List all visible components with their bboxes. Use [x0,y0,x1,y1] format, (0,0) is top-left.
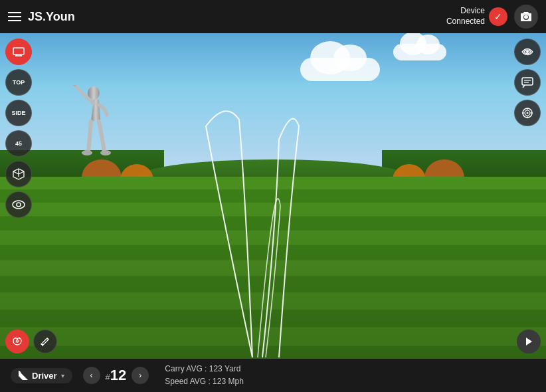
user-name: JS.Youn [28,10,75,24]
pencil-icon [40,336,50,347]
bottom-bar: Driver ▾ ‹ #12 › Carry AVG : 123 Yard Sp… [0,359,546,392]
cloud-1 [300,58,380,81]
svg-point-10 [526,50,529,53]
network-button[interactable] [514,39,541,65]
header: JS.Youn Device Connected ✓ [0,0,546,33]
bottom-right-area [517,330,541,353]
club-icon [19,371,28,380]
network-icon [521,45,534,58]
svg-rect-4 [13,48,24,54]
speed-avg: Speed AVG : 123 Mph [165,375,244,388]
cloud-2 [393,44,446,60]
svg-marker-22 [526,338,532,345]
chat-icon [521,77,533,88]
view-45-button[interactable]: 45 [5,130,32,157]
bottom-left-buttons [5,330,57,353]
svg-point-3 [100,150,111,155]
svg-point-2 [82,150,92,155]
screen-icon [13,47,25,56]
fairway [0,177,546,359]
svg-point-9 [17,203,21,207]
view-3d-button[interactable] [5,161,32,187]
45-label: 45 [15,140,22,147]
next-hole-button[interactable]: › [132,367,149,384]
carry-avg: Carry AVG : 123 Yard [165,363,244,375]
club-name: Driver [32,371,57,381]
chat-button[interactable] [514,69,541,96]
club-selector[interactable]: Driver ▾ [11,368,72,383]
hole-number: 12 [110,367,126,383]
stats-display: Carry AVG : 123 Yard Speed AVG : 123 Mph [165,363,244,388]
club-dropdown-arrow: ▾ [61,372,64,379]
target-icon [521,107,533,119]
svg-point-16 [527,112,529,114]
golfer-figure [66,85,119,165]
play-button[interactable] [517,330,541,353]
eye-icon [12,200,25,209]
pencil-button[interactable] [33,330,57,353]
view-top-button[interactable]: TOP [5,69,32,96]
connection-indicator: ✓ [489,7,507,26]
view-eye-button[interactable] [5,191,32,218]
left-panel: TOP SIDE 45 [5,39,32,319]
camera-button[interactable] [514,5,538,29]
golfer-svg [66,85,119,171]
camera-icon [520,11,532,22]
target-button[interactable] [514,100,541,126]
menu-button[interactable] [8,12,21,21]
flag-icon [12,336,23,347]
device-status: Device Connected ✓ [446,6,507,27]
prev-hole-button[interactable]: ‹ [83,367,100,384]
header-left: JS.Youn [8,10,75,24]
hole-prefix: # [106,372,110,382]
device-status-text: Device Connected [446,6,485,27]
view-side-button[interactable]: SIDE [5,100,32,126]
svg-line-1 [69,85,76,86]
side-label: SIDE [11,110,25,116]
3d-icon [12,167,25,181]
fairway-shadow [0,177,546,359]
view-screen-button[interactable] [5,39,32,65]
right-panel [514,39,541,319]
flag-button[interactable] [5,330,29,353]
play-icon [525,337,533,346]
main-viewport: TOP SIDE 45 [0,33,546,359]
hole-navigation: ‹ #12 › [83,367,149,384]
hole-display: #12 [106,367,127,384]
svg-rect-11 [522,78,533,85]
top-label: TOP [13,79,25,86]
svg-point-8 [13,201,25,209]
header-right: Device Connected ✓ [446,5,538,29]
